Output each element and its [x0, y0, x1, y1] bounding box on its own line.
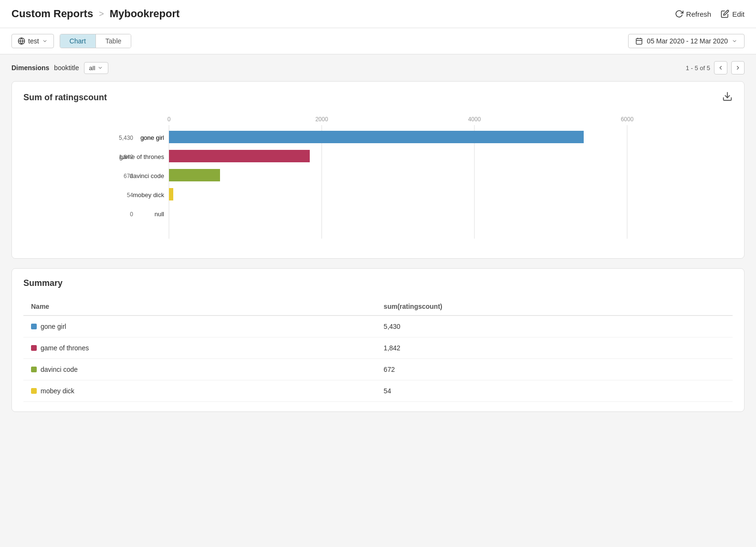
next-page-button[interactable]: [731, 61, 745, 74]
dimensions-left: Dimensions booktitle all: [11, 62, 108, 74]
view-tab-group: Chart Table: [60, 34, 132, 48]
cards-area: Sum of ratingscount 0 2000 4000 6000: [0, 81, 756, 423]
bar-gone-girl: [169, 131, 584, 143]
prev-page-button[interactable]: [714, 61, 727, 74]
svg-text:null: null: [155, 210, 164, 218]
download-icon: [722, 91, 733, 102]
svg-text:0: 0: [130, 211, 133, 218]
color-indicator: [31, 324, 37, 329]
calendar-icon: [635, 37, 643, 45]
svg-text:0: 0: [168, 116, 171, 123]
chevron-right-icon: [735, 64, 741, 71]
bar-mobey-dick: [169, 188, 173, 200]
table-row: mobey dick 54: [23, 380, 733, 402]
summary-card: Summary Name sum(ratingscount) gone girl…: [11, 268, 745, 412]
row-name: gone girl: [41, 323, 66, 330]
dimensions-label: Dimensions: [11, 64, 49, 72]
date-range-button[interactable]: 05 Mar 2020 - 12 Mar 2020: [628, 34, 745, 48]
bar-game-of-thrones: [169, 150, 310, 162]
chart-card-title: Sum of ratingscount: [23, 93, 107, 103]
svg-text:mobey dick: mobey dick: [133, 191, 164, 199]
col-name-header: Name: [23, 298, 376, 316]
summary-table: Name sum(ratingscount) gone girl 5,430 g…: [23, 298, 733, 402]
svg-text:6000: 6000: [621, 116, 634, 123]
page-header: Custom Reports > Mybookreport Refresh Ed…: [0, 0, 756, 28]
dimensions-field: booktitle: [54, 64, 79, 72]
globe-test-button[interactable]: test: [11, 34, 54, 48]
svg-text:1,842: 1,842: [119, 154, 133, 160]
globe-label: test: [28, 37, 39, 45]
breadcrumb-separator: >: [99, 9, 104, 19]
color-indicator: [31, 367, 37, 372]
svg-text:davinci code: davinci code: [130, 172, 164, 179]
chevron-down-date-icon: [732, 38, 737, 44]
chart-svg-area: 0 2000 4000 6000 gone girl gone girl gon…: [23, 114, 733, 249]
edit-button[interactable]: Edit: [721, 10, 745, 18]
chart-card-header: Sum of ratingscount: [23, 91, 733, 104]
chevron-left-icon: [717, 64, 724, 71]
header-actions: Refresh Edit: [675, 10, 745, 18]
refresh-button[interactable]: Refresh: [675, 10, 712, 18]
value-cell: 1,842: [376, 337, 733, 359]
name-cell: game of thrones: [23, 337, 376, 359]
svg-text:gone girl: gone girl: [140, 134, 164, 141]
filter-value: all: [89, 64, 95, 72]
toolbar: test Chart Table 05 Mar 2020 - 12 Mar 20…: [0, 28, 756, 54]
svg-text:4000: 4000: [468, 116, 481, 123]
color-indicator: [31, 388, 37, 394]
breadcrumb: Custom Reports > Mybookreport: [11, 8, 179, 20]
dimensions-filter[interactable]: all: [84, 62, 108, 74]
summary-card-header: Summary: [23, 278, 733, 288]
table-row: game of thrones 1,842: [23, 337, 733, 359]
tab-table[interactable]: Table: [96, 34, 131, 48]
row-name: mobey dick: [41, 387, 74, 395]
table-row: davinci code 672: [23, 359, 733, 380]
pagination-text: 1 - 5 of 5: [686, 64, 710, 72]
chevron-down-icon: [42, 38, 48, 44]
report-name-title: Mybookreport: [110, 8, 180, 20]
filter-chevron-icon: [97, 65, 103, 71]
bar-chart: 0 2000 4000 6000 gone girl gone girl gon…: [90, 114, 725, 247]
bar-davinci-code: [169, 169, 220, 181]
name-cell: mobey dick: [23, 380, 376, 402]
summary-card-title: Summary: [23, 278, 63, 288]
pagination-area: 1 - 5 of 5: [686, 61, 745, 74]
svg-text:2000: 2000: [315, 116, 328, 123]
name-cell: davinci code: [23, 359, 376, 380]
dimensions-bar: Dimensions booktitle all 1 - 5 of 5: [0, 54, 756, 81]
value-cell: 5,430: [376, 316, 733, 337]
color-indicator: [31, 345, 37, 351]
globe-icon: [18, 37, 25, 45]
edit-icon: [721, 10, 729, 18]
refresh-icon: [675, 10, 683, 18]
value-cell: 672: [376, 359, 733, 380]
table-row: gone girl 5,430: [23, 316, 733, 337]
svg-rect-2: [636, 39, 642, 44]
toolbar-left: test Chart Table: [11, 34, 131, 48]
row-name: davinci code: [41, 366, 78, 373]
svg-text:5,430: 5,430: [119, 135, 133, 141]
chart-card: Sum of ratingscount 0 2000 4000 6000: [11, 81, 745, 259]
tab-chart[interactable]: Chart: [60, 34, 96, 48]
download-button[interactable]: [722, 91, 733, 104]
name-cell: gone girl: [23, 316, 376, 337]
svg-text:672: 672: [124, 173, 133, 179]
value-cell: 54: [376, 380, 733, 402]
svg-text:54: 54: [127, 192, 134, 199]
col-value-header: sum(ratingscount): [376, 298, 733, 316]
custom-reports-title: Custom Reports: [11, 8, 93, 20]
date-range-label: 05 Mar 2020 - 12 Mar 2020: [647, 37, 728, 45]
row-name: game of thrones: [41, 344, 89, 352]
